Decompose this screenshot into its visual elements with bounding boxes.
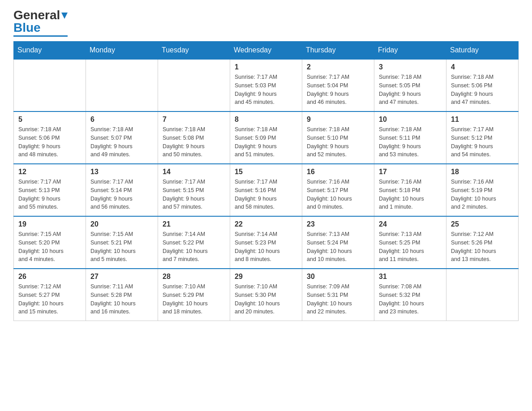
- calendar-cell: 3Sunrise: 7:18 AM Sunset: 5:05 PM Daylig…: [374, 59, 446, 111]
- day-number: 28: [163, 273, 225, 281]
- calendar-cell: 16Sunrise: 7:16 AM Sunset: 5:17 PM Dayli…: [302, 164, 374, 216]
- day-number: 10: [379, 116, 442, 124]
- day-number: 31: [379, 273, 442, 281]
- calendar-cell: 2Sunrise: 7:17 AM Sunset: 5:04 PM Daylig…: [302, 59, 374, 111]
- calendar-week-3: 12Sunrise: 7:17 AM Sunset: 5:13 PM Dayli…: [14, 164, 519, 216]
- calendar-week-2: 5Sunrise: 7:18 AM Sunset: 5:06 PM Daylig…: [14, 111, 519, 164]
- day-number: 26: [18, 273, 81, 281]
- day-info: Sunrise: 7:18 AM Sunset: 5:08 PM Dayligh…: [163, 125, 225, 159]
- day-number: 7: [163, 116, 225, 124]
- calendar-cell: 8Sunrise: 7:18 AM Sunset: 5:09 PM Daylig…: [230, 111, 302, 164]
- calendar-cell: [158, 59, 230, 111]
- day-info: Sunrise: 7:14 AM Sunset: 5:22 PM Dayligh…: [163, 230, 225, 264]
- day-number: 29: [235, 273, 297, 281]
- calendar-week-1: 1Sunrise: 7:17 AM Sunset: 5:03 PM Daylig…: [14, 59, 519, 111]
- day-number: 1: [235, 63, 297, 71]
- day-info: Sunrise: 7:17 AM Sunset: 5:15 PM Dayligh…: [163, 178, 225, 211]
- day-info: Sunrise: 7:17 AM Sunset: 5:13 PM Dayligh…: [18, 178, 81, 211]
- calendar-week-4: 19Sunrise: 7:15 AM Sunset: 5:20 PM Dayli…: [14, 216, 519, 269]
- day-number: 4: [451, 63, 514, 71]
- calendar-cell: 13Sunrise: 7:17 AM Sunset: 5:14 PM Dayli…: [86, 164, 158, 216]
- day-number: 17: [379, 168, 442, 176]
- day-info: Sunrise: 7:14 AM Sunset: 5:23 PM Dayligh…: [235, 230, 297, 264]
- calendar-table: SundayMondayTuesdayWednesdayThursdayFrid…: [13, 41, 519, 321]
- calendar-cell: 5Sunrise: 7:18 AM Sunset: 5:06 PM Daylig…: [14, 111, 86, 164]
- day-info: Sunrise: 7:18 AM Sunset: 5:11 PM Dayligh…: [379, 125, 442, 159]
- calendar-cell: 27Sunrise: 7:11 AM Sunset: 5:28 PM Dayli…: [86, 269, 158, 321]
- calendar-cell: 22Sunrise: 7:14 AM Sunset: 5:23 PM Dayli…: [230, 216, 302, 269]
- day-info: Sunrise: 7:18 AM Sunset: 5:10 PM Dayligh…: [307, 125, 369, 159]
- day-info: Sunrise: 7:13 AM Sunset: 5:25 PM Dayligh…: [379, 230, 442, 264]
- day-number: 13: [90, 168, 153, 176]
- calendar-cell: 29Sunrise: 7:10 AM Sunset: 5:30 PM Dayli…: [230, 269, 302, 321]
- page-header: GeneralBlue: [13, 9, 519, 37]
- day-info: Sunrise: 7:09 AM Sunset: 5:31 PM Dayligh…: [307, 283, 369, 316]
- calendar-cell: 1Sunrise: 7:17 AM Sunset: 5:03 PM Daylig…: [230, 59, 302, 111]
- day-info: Sunrise: 7:18 AM Sunset: 5:07 PM Dayligh…: [90, 125, 153, 159]
- day-number: 16: [307, 168, 369, 176]
- day-info: Sunrise: 7:17 AM Sunset: 5:16 PM Dayligh…: [235, 178, 297, 211]
- day-number: 19: [18, 220, 81, 228]
- calendar-cell: 12Sunrise: 7:17 AM Sunset: 5:13 PM Dayli…: [14, 164, 86, 216]
- day-info: Sunrise: 7:16 AM Sunset: 5:17 PM Dayligh…: [307, 178, 369, 211]
- day-number: 30: [307, 273, 369, 281]
- calendar-cell: 18Sunrise: 7:16 AM Sunset: 5:19 PM Dayli…: [446, 164, 519, 216]
- day-info: Sunrise: 7:17 AM Sunset: 5:14 PM Dayligh…: [90, 178, 153, 211]
- weekday-header-thursday: Thursday: [302, 42, 374, 60]
- day-info: Sunrise: 7:12 AM Sunset: 5:27 PM Dayligh…: [18, 283, 81, 316]
- day-info: Sunrise: 7:15 AM Sunset: 5:21 PM Dayligh…: [90, 230, 153, 264]
- day-info: Sunrise: 7:08 AM Sunset: 5:32 PM Dayligh…: [379, 283, 442, 316]
- day-number: 14: [163, 168, 225, 176]
- weekday-header-wednesday: Wednesday: [230, 42, 302, 60]
- calendar-cell: 4Sunrise: 7:18 AM Sunset: 5:06 PM Daylig…: [446, 59, 519, 111]
- day-info: Sunrise: 7:17 AM Sunset: 5:03 PM Dayligh…: [235, 73, 297, 107]
- day-number: 18: [451, 168, 514, 176]
- calendar-cell: 26Sunrise: 7:12 AM Sunset: 5:27 PM Dayli…: [14, 269, 86, 321]
- day-number: 9: [307, 116, 369, 124]
- day-info: Sunrise: 7:11 AM Sunset: 5:28 PM Dayligh…: [90, 283, 153, 316]
- day-number: 11: [451, 116, 514, 124]
- weekday-header-sunday: Sunday: [14, 42, 86, 60]
- calendar-cell: 15Sunrise: 7:17 AM Sunset: 5:16 PM Dayli…: [230, 164, 302, 216]
- calendar-cell: 24Sunrise: 7:13 AM Sunset: 5:25 PM Dayli…: [374, 216, 446, 269]
- svg-marker-0: [61, 13, 68, 19]
- day-number: 24: [379, 220, 442, 228]
- calendar-cell: 7Sunrise: 7:18 AM Sunset: 5:08 PM Daylig…: [158, 111, 230, 164]
- calendar-cell: 21Sunrise: 7:14 AM Sunset: 5:22 PM Dayli…: [158, 216, 230, 269]
- day-info: Sunrise: 7:16 AM Sunset: 5:19 PM Dayligh…: [451, 178, 514, 211]
- weekday-header-monday: Monday: [86, 42, 158, 60]
- calendar-cell: 25Sunrise: 7:12 AM Sunset: 5:26 PM Dayli…: [446, 216, 519, 269]
- day-info: Sunrise: 7:12 AM Sunset: 5:26 PM Dayligh…: [451, 230, 514, 264]
- calendar-cell: 28Sunrise: 7:10 AM Sunset: 5:29 PM Dayli…: [158, 269, 230, 321]
- day-number: 27: [90, 273, 153, 281]
- day-info: Sunrise: 7:17 AM Sunset: 5:04 PM Dayligh…: [307, 73, 369, 107]
- calendar-cell: [446, 269, 519, 321]
- day-info: Sunrise: 7:18 AM Sunset: 5:05 PM Dayligh…: [379, 73, 442, 107]
- calendar-cell: 9Sunrise: 7:18 AM Sunset: 5:10 PM Daylig…: [302, 111, 374, 164]
- day-number: 5: [18, 116, 81, 124]
- day-number: 8: [235, 116, 297, 124]
- calendar-cell: 6Sunrise: 7:18 AM Sunset: 5:07 PM Daylig…: [86, 111, 158, 164]
- calendar-cell: 23Sunrise: 7:13 AM Sunset: 5:24 PM Dayli…: [302, 216, 374, 269]
- calendar-cell: 11Sunrise: 7:17 AM Sunset: 5:12 PM Dayli…: [446, 111, 519, 164]
- day-number: 3: [379, 63, 442, 71]
- calendar-cell: 10Sunrise: 7:18 AM Sunset: 5:11 PM Dayli…: [374, 111, 446, 164]
- logo: GeneralBlue: [13, 9, 68, 37]
- day-number: 12: [18, 168, 81, 176]
- calendar-cell: 19Sunrise: 7:15 AM Sunset: 5:20 PM Dayli…: [14, 216, 86, 269]
- day-info: Sunrise: 7:16 AM Sunset: 5:18 PM Dayligh…: [379, 178, 442, 211]
- calendar-cell: [86, 59, 158, 111]
- day-number: 23: [307, 220, 369, 228]
- calendar-cell: 31Sunrise: 7:08 AM Sunset: 5:32 PM Dayli…: [374, 269, 446, 321]
- day-info: Sunrise: 7:13 AM Sunset: 5:24 PM Dayligh…: [307, 230, 369, 264]
- day-info: Sunrise: 7:15 AM Sunset: 5:20 PM Dayligh…: [18, 230, 81, 264]
- weekday-header-row: SundayMondayTuesdayWednesdayThursdayFrid…: [14, 42, 519, 60]
- day-info: Sunrise: 7:18 AM Sunset: 5:09 PM Dayligh…: [235, 125, 297, 159]
- logo-underline: [13, 35, 68, 37]
- calendar-cell: 30Sunrise: 7:09 AM Sunset: 5:31 PM Dayli…: [302, 269, 374, 321]
- day-number: 2: [307, 63, 369, 71]
- day-number: 22: [235, 220, 297, 228]
- day-number: 6: [90, 116, 153, 124]
- day-info: Sunrise: 7:18 AM Sunset: 5:06 PM Dayligh…: [18, 125, 81, 159]
- weekday-header-friday: Friday: [374, 42, 446, 60]
